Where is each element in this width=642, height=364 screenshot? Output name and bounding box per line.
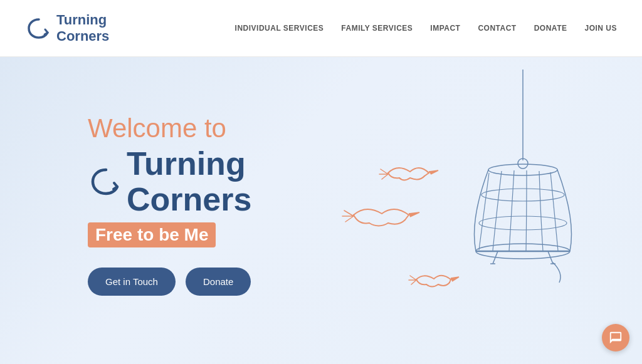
nav-impact[interactable]: IMPACT <box>430 24 460 33</box>
nav-donate[interactable]: DONATE <box>534 24 567 33</box>
svg-point-4 <box>482 189 564 201</box>
welcome-text: Welcome to <box>88 113 251 143</box>
svg-point-3 <box>488 164 557 175</box>
logo-icon <box>25 14 53 42</box>
nav-individual-services[interactable]: INDIVIDUAL SERVICES <box>235 24 324 33</box>
nav-contact[interactable]: CONTACT <box>478 24 516 33</box>
hero-tagline: Free to be Me <box>88 222 216 247</box>
main-nav: INDIVIDUAL SERVICES FAMILY SERVICES IMPA… <box>235 24 617 33</box>
hero-section: Welcome to Turning Corners Free to be Me… <box>0 57 642 364</box>
nav-join-us[interactable]: JOIN US <box>584 24 617 33</box>
hero-brand-text: Turning Corners <box>127 146 251 217</box>
logo[interactable]: Turning Corners <box>25 12 109 45</box>
nav-family-services[interactable]: FAMILY SERVICES <box>341 24 413 33</box>
site-header: Turning Corners INDIVIDUAL SERVICES FAMI… <box>0 0 642 57</box>
logo-text: Turning Corners <box>56 12 109 45</box>
hero-turning: Turning <box>127 145 246 182</box>
logo-corners: Corners <box>56 28 109 44</box>
hero-brand: Turning Corners <box>88 146 251 217</box>
hero-buttons: Get in Touch Donate <box>88 268 251 296</box>
svg-point-5 <box>479 216 567 230</box>
chat-button[interactable] <box>602 324 629 351</box>
chat-icon <box>609 331 623 345</box>
logo-turning: Turning <box>56 12 109 28</box>
get-in-touch-button[interactable]: Get in Touch <box>88 268 176 296</box>
hero-logo-icon <box>88 164 124 200</box>
hero-illustration <box>291 70 617 364</box>
hero-corners: Corners <box>127 181 251 217</box>
hero-content: Welcome to Turning Corners Free to be Me… <box>88 113 251 296</box>
donate-button[interactable]: Donate <box>186 268 251 296</box>
